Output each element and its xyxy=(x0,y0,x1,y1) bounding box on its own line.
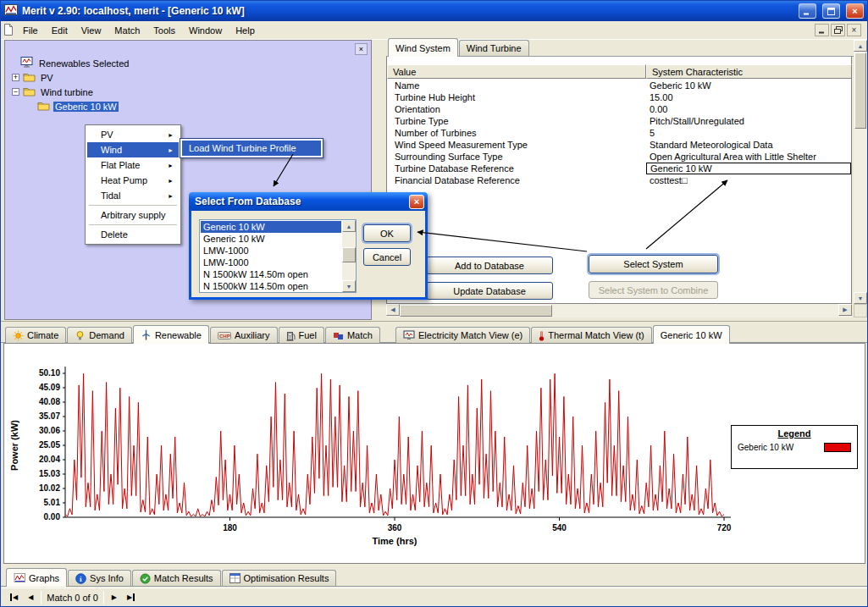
tree-item-renewables-selected[interactable]: Renewables Selected xyxy=(8,56,368,70)
table-row[interactable]: NameGeberic 10 kW xyxy=(387,80,851,91)
previous-match-button[interactable]: ◀ xyxy=(25,592,36,603)
list-item-lmw-1000[interactable]: LMW-1000 xyxy=(201,257,341,268)
tree-item-wind-turbine[interactable]: − Wind turbine xyxy=(8,85,368,99)
scroll-up-icon[interactable]: ▲ xyxy=(342,220,356,232)
menu-edit[interactable]: Edit xyxy=(45,23,75,38)
menu-item-arbitrary-supply[interactable]: Arbitrary supply xyxy=(87,207,179,223)
legend-label: Geberic 10 kW xyxy=(738,443,824,452)
vertical-scrollbar[interactable]: ▲ ▼ xyxy=(854,40,867,304)
menu-tools[interactable]: Tools xyxy=(147,23,182,38)
scrollbar-thumb[interactable] xyxy=(854,52,866,129)
scrollbar-thumb[interactable] xyxy=(342,247,356,262)
table-row[interactable]: Turbine Hub Height15.00 xyxy=(387,91,851,103)
match-icon xyxy=(333,330,344,341)
wind-submenu: Load Wind Turbine Profile xyxy=(180,138,323,158)
svg-text:20.04: 20.04 xyxy=(39,455,60,464)
listbox-scrollbar[interactable]: ▲ ▼ xyxy=(342,220,356,292)
table-row-turbine-database-reference[interactable]: Turbine Database ReferenceGeneric 10 kW xyxy=(387,163,851,174)
tab-auxiliary[interactable]: CHP Auxiliary xyxy=(210,327,278,343)
menu-help[interactable]: Help xyxy=(229,23,262,38)
select-system-to-combine-button[interactable]: Select System to Combine xyxy=(589,281,718,299)
table-row[interactable]: Surrounding Surface TypeOpen Agricultura… xyxy=(387,151,851,163)
tab-electricity-match-view[interactable]: Electricity Match View (e) xyxy=(395,327,530,343)
first-match-button[interactable]: ◀ xyxy=(8,592,20,603)
add-to-database-button[interactable]: Add to Database xyxy=(426,257,553,274)
menu-item-pv[interactable]: PV► xyxy=(87,127,179,142)
table-row[interactable]: Number of Turbines5 xyxy=(387,127,851,139)
renewables-tree: Renewables Selected + PV − Wind turbine … xyxy=(8,56,368,113)
tab-demand[interactable]: Demand xyxy=(67,327,132,343)
list-item-lmw-1000[interactable]: LMW-1000 xyxy=(201,245,341,257)
last-match-button[interactable]: ▶ xyxy=(124,592,137,603)
dialog-titlebar[interactable]: Select From Database × xyxy=(189,192,428,211)
tab-wind-system[interactable]: Wind System xyxy=(388,38,458,57)
mdi-close-button[interactable]: × xyxy=(847,24,861,36)
scroll-up-icon[interactable]: ▲ xyxy=(854,40,867,52)
mdi-minimize-button[interactable] xyxy=(815,24,829,36)
tab-fuel[interactable]: Fuel xyxy=(279,327,324,343)
tab-sys-info[interactable]: i Sys Info xyxy=(68,570,131,586)
scroll-down-icon[interactable]: ▼ xyxy=(854,292,867,304)
tab-match-results[interactable]: Match Results xyxy=(132,570,221,586)
svg-text:30.06: 30.06 xyxy=(39,426,60,435)
svg-text:360: 360 xyxy=(388,523,402,533)
table-row[interactable]: Turbine TypePitch/Stall/Unregulated xyxy=(387,115,851,127)
list-item-n1500kw[interactable]: N 1500kW 114.50m open xyxy=(201,280,341,291)
collapse-minus-icon[interactable]: − xyxy=(12,88,19,96)
table-row[interactable]: Financial Database Referencecosttest□ xyxy=(387,174,851,186)
expand-plus-icon[interactable]: + xyxy=(12,74,19,81)
list-item-generic-10kw[interactable]: Generic 10 kW xyxy=(201,221,341,233)
tab-wind-turbine[interactable]: Wind Turbine xyxy=(459,40,529,56)
graph-panel: 0.005.0110.0215.0320.0425.0530.0635.0740… xyxy=(3,343,865,564)
scroll-right-icon[interactable]: ▶ xyxy=(838,304,852,316)
tab-optimisation-results[interactable]: Optimisation Results xyxy=(222,570,337,586)
submenu-arrow-icon: ► xyxy=(159,193,174,199)
update-database-button[interactable]: Update Database xyxy=(426,282,553,300)
bulb-icon xyxy=(75,330,86,341)
menu-view[interactable]: View xyxy=(75,23,108,38)
select-system-button[interactable]: Select System xyxy=(589,255,718,273)
pane-close-icon[interactable]: × xyxy=(355,43,368,55)
menu-item-delete[interactable]: Delete xyxy=(87,227,179,242)
mdi-restore-button[interactable] xyxy=(831,24,845,36)
column-header-system-characteristic[interactable]: System Characteristic xyxy=(646,64,852,79)
list-item-n1500kw[interactable]: N 1500kW 114.50m open xyxy=(201,268,341,280)
tab-graphs[interactable]: Graphs xyxy=(6,568,67,587)
submenu-arrow-icon: ► xyxy=(159,178,174,184)
menu-match[interactable]: Match xyxy=(108,23,147,38)
menu-file[interactable]: File xyxy=(16,23,45,38)
tab-thermal-match-view[interactable]: Thermal Match View (t) xyxy=(531,327,652,343)
ok-button[interactable]: OK xyxy=(363,224,411,242)
menu-item-heat-pump[interactable]: Heat Pump► xyxy=(87,173,179,188)
menu-window[interactable]: Window xyxy=(182,23,229,38)
scroll-left-icon[interactable]: ◀ xyxy=(386,304,400,316)
next-match-button[interactable]: ▶ xyxy=(109,592,119,603)
tab-match[interactable]: Match xyxy=(325,327,380,343)
tree-item-pv[interactable]: + PV xyxy=(8,70,368,85)
column-header-value[interactable]: Value xyxy=(387,64,646,79)
dialog-close-button[interactable]: × xyxy=(409,195,424,209)
list-item-generic-10kw[interactable]: Generic 10 kW xyxy=(201,233,341,245)
tree-item-generic-10kw[interactable]: Geberic 10 kW xyxy=(8,99,368,113)
tab-renewable[interactable]: Renewable xyxy=(133,325,209,344)
app-icon xyxy=(4,4,18,18)
menu-item-flat-plate[interactable]: Flat Plate► xyxy=(87,157,179,173)
tab-climate[interactable]: Climate xyxy=(5,327,66,343)
close-button[interactable]: × xyxy=(846,3,864,19)
scroll-down-icon[interactable]: ▼ xyxy=(342,280,356,292)
turbine-database-reference-field[interactable]: Generic 10 kW xyxy=(646,163,851,174)
menu-item-tidal[interactable]: Tidal► xyxy=(87,188,179,203)
menu-item-load-wind-turbine-profile[interactable]: Load Wind Turbine Profile xyxy=(182,141,321,156)
table-row[interactable]: Orientation0.00 xyxy=(387,103,851,115)
menu-item-wind[interactable]: Wind► xyxy=(87,142,179,157)
table-row[interactable]: Wind Speed Measurement TypeStandard Mete… xyxy=(387,139,851,151)
tab-generic-10kw[interactable]: Generic 10 kW xyxy=(653,325,730,344)
document-icon xyxy=(3,24,14,37)
results-tab-strip: Graphs i Sys Info Match Results Optimisa… xyxy=(1,565,867,587)
scrollbar-thumb[interactable] xyxy=(400,305,552,317)
maximize-button[interactable] xyxy=(822,3,840,19)
svg-text:10.02: 10.02 xyxy=(39,483,60,493)
minimize-button[interactable] xyxy=(799,3,816,19)
horizontal-scrollbar[interactable]: ◀ ▶ xyxy=(386,304,852,317)
cancel-button[interactable]: Cancel xyxy=(363,248,411,266)
